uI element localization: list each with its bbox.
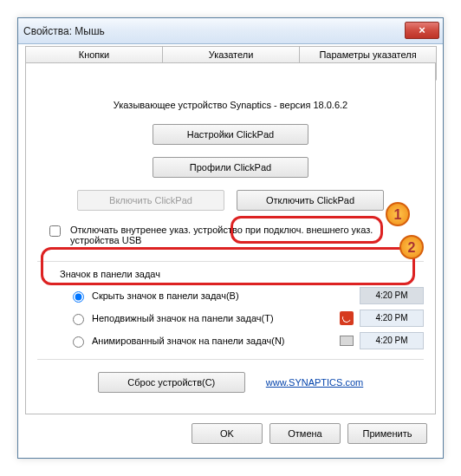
synaptics-link[interactable]: www.SYNAPTICS.com — [266, 377, 363, 388]
mouse-properties-dialog: Свойства: Мышь × Кнопки Указатели Параме… — [17, 17, 444, 459]
tab-pointer-options[interactable]: Параметры указателя — [299, 46, 437, 63]
radio-hide-icon-label: Скрыть значок в панели задач(B) — [92, 290, 239, 301]
dialog-footer: OK Отмена Применить — [25, 416, 436, 451]
reset-devices-button[interactable]: Сброс устройств(С) — [98, 372, 245, 393]
tray-section-label: Значок в панели задач — [60, 269, 424, 279]
tray-animated-icon — [340, 336, 354, 346]
enable-clickpad-button: Включить ClickPad — [77, 190, 224, 211]
tab-pointers[interactable]: Указатели — [162, 46, 300, 63]
tray-preview-animated: 4:20 PM — [360, 332, 424, 349]
tray-preview-static: 4:20 PM — [360, 310, 424, 327]
close-button[interactable]: × — [405, 22, 439, 39]
disable-internal-on-usb-checkbox[interactable] — [49, 225, 61, 237]
tray-preview-hidden: 4:20 PM — [360, 287, 424, 304]
window-title: Свойства: Мышь — [23, 25, 105, 37]
radio-animated-icon-label: Анимированный значок на панели задач(N) — [92, 336, 285, 346]
radio-static-icon-label: Неподвижный значок на панели задач(T) — [92, 313, 274, 323]
apply-button[interactable]: Применить — [347, 423, 427, 444]
clickpad-settings-button[interactable]: Настройки ClickPad — [153, 124, 308, 145]
tab-buttons[interactable]: Кнопки — [25, 46, 163, 63]
device-label: Указывающее устройство Synaptics - верси… — [37, 100, 424, 110]
radio-animated-icon[interactable] — [73, 336, 84, 348]
disable-internal-on-usb-row[interactable]: Отключать внутренее указ. устройство при… — [37, 218, 424, 254]
radio-hide-icon[interactable] — [73, 291, 84, 303]
titlebar[interactable]: Свойства: Мышь × — [18, 18, 443, 44]
disable-internal-on-usb-label: Отключать внутренее указ. устройство при… — [70, 225, 419, 245]
radio-static-icon[interactable] — [73, 314, 84, 325]
ok-button[interactable]: OK — [192, 423, 263, 444]
clickpad-profiles-button[interactable]: Профили ClickPad — [153, 157, 308, 178]
disable-clickpad-button[interactable]: Отключить ClickPad — [237, 190, 384, 211]
tray-static-icon — [340, 311, 354, 325]
cancel-button[interactable]: Отмена — [269, 423, 341, 444]
callout-badge-2: 2 — [399, 235, 424, 259]
callout-badge-1: 1 — [386, 202, 410, 226]
tabs-row-1: Кнопки Указатели Параметры указателя — [25, 46, 436, 63]
